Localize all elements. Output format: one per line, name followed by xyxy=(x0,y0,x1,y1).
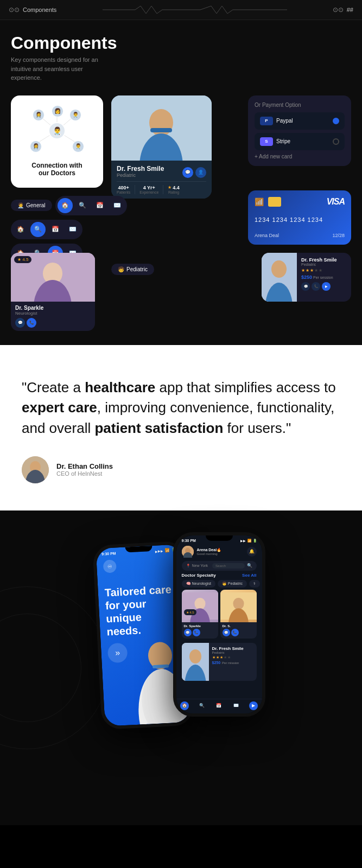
avatar-3: 👩‍⚕️ xyxy=(30,141,42,152)
message-btn[interactable]: 💬 xyxy=(182,167,193,178)
phones-section: 9:30 PM ▶▶▶ 📶 🔋 ♾ Tailored care for your… xyxy=(0,510,362,825)
pediatric-badge[interactable]: 🧒 Pediatric xyxy=(111,264,154,275)
fresh-mini-svg xyxy=(262,253,297,302)
search-tab-2[interactable]: 🔍 xyxy=(30,222,46,237)
sparkle-call-btn[interactable]: 📞 xyxy=(27,318,36,328)
forward-nav-icon: ▶ xyxy=(249,701,258,710)
star-4: ★ xyxy=(314,268,318,273)
fresh-msg-btn[interactable]: 💬 xyxy=(301,282,310,291)
specialty-section-header: Doctor Specialty See All xyxy=(176,571,262,580)
user-avatar xyxy=(182,546,194,558)
home-tab-1[interactable]: 🏠 xyxy=(58,198,73,213)
paypal-radio[interactable] xyxy=(333,118,339,124)
pf-star-4: ★ xyxy=(224,655,227,660)
star-3: ★ xyxy=(310,268,314,273)
doctor-image-svg xyxy=(111,95,212,161)
center-avatar: 👨‍⚕️ xyxy=(48,122,66,139)
location-icon: 📍 xyxy=(186,564,190,567)
pediatric-icon: 🧒 xyxy=(118,266,124,272)
quote-open: "Create a xyxy=(22,379,85,395)
fresh-nav-btn[interactable]: ▶ xyxy=(322,282,331,291)
mini-msg-btn-2[interactable]: 💬 xyxy=(223,629,230,636)
sparkle-info: Dr. Sparkle Neurologist 💬 📞 xyxy=(11,302,95,331)
quote-end: for users." xyxy=(223,420,291,436)
visa-card: 📶 VISA 1234 1234 1234 1234 Arena Deal 12… xyxy=(248,190,351,245)
pediatric-badge-area: 🧒 Pediatric xyxy=(111,264,154,275)
nav-search[interactable]: 🔍 xyxy=(198,701,206,710)
mini-msg-btn[interactable]: 💬 xyxy=(184,629,192,636)
sparkle-actions: 💬 📞 xyxy=(15,318,91,328)
phone-doc-name-2: Dr. S. xyxy=(223,624,255,628)
search-bar[interactable]: 📍 New York Search 🔍 xyxy=(182,561,257,571)
paypal-option[interactable]: P Paypal xyxy=(255,112,345,130)
fresh-mini-info: Dr. Fresh Smile Pediatric ★ ★ ★ ★ ★ $250… xyxy=(297,253,351,302)
quote-section: "Create a healthcare app that simplifies… xyxy=(0,345,362,510)
nav-mail[interactable]: ✉️ xyxy=(232,701,240,710)
phone-fresh-price-row: $250 Per mission xyxy=(212,661,253,665)
notification-bell-icon[interactable]: 🔔 xyxy=(247,547,257,557)
pediatric-chip[interactable]: 🧒 Pediatric xyxy=(218,580,247,588)
specialty-section-title: Doctor Specialty xyxy=(182,573,216,578)
phone-doctor-card-1: ★ 4.5 Dr. Sparkle 💬 📞 xyxy=(182,590,218,639)
phone-doc-detail-1: Dr. Sparkle 💬 📞 xyxy=(182,622,218,639)
payment-title: Or Payment Option xyxy=(255,102,345,108)
stripe-option[interactable]: S Stripe xyxy=(255,133,345,150)
card-number: 1234 1234 1234 1234 xyxy=(255,216,345,223)
phone-fresh-name: Dr. Fresh Smile xyxy=(212,646,253,651)
more-chip[interactable]: ⚕ xyxy=(249,580,260,588)
neurologist-chip[interactable]: 🧠 Neurologist xyxy=(182,580,215,588)
more-chip-icon: ⚕ xyxy=(253,582,256,585)
card-holder: Arena Deal xyxy=(255,233,279,238)
phone-fresh-img xyxy=(182,643,209,681)
add-card-button[interactable]: + Add new card xyxy=(255,154,345,159)
mail-tab-1[interactable]: ✉️ xyxy=(110,198,125,213)
star-2: ★ xyxy=(306,268,309,273)
wifi-icon: 📶 xyxy=(164,548,169,552)
pf-star-2: ★ xyxy=(216,655,219,660)
nav-forward[interactable]: ▶ xyxy=(249,701,258,710)
svg-point-32 xyxy=(189,649,201,663)
components-grid: 👨‍⚕️ 👩‍⚕️ 👨‍⚕️ 👩‍⚕️ 👨‍⚕️ 👩 Connection wi… xyxy=(11,95,351,323)
general-badge[interactable]: 🧑‍💼 General xyxy=(11,200,52,211)
avatar-1: 👩‍⚕️ xyxy=(33,109,45,121)
nav-calendar[interactable]: 📅 xyxy=(214,701,223,710)
search-tab-1[interactable]: 🔍 xyxy=(75,198,90,213)
general-icon: 🧑‍💼 xyxy=(17,202,24,208)
quote-bold-3: patient satisfaction xyxy=(94,420,223,436)
star-5: ★ xyxy=(319,268,322,273)
dr-fresh-mini-card: Dr. Fresh Smile Pediatric ★ ★ ★ ★ ★ $250… xyxy=(262,253,351,302)
phone-fresh-stars: ★ ★ ★ ★ ★ xyxy=(212,655,253,660)
profile-btn[interactable]: 👤 xyxy=(195,167,206,178)
stripe-logo: S xyxy=(260,137,273,146)
mail-tab-2[interactable]: ✉️ xyxy=(65,222,80,237)
nav-row-1: 🧑‍💼 General 🏠 🔍 📅 ✉️ xyxy=(11,196,127,215)
experience-label: Experience xyxy=(139,190,158,194)
svg-point-29 xyxy=(233,597,244,609)
doctor-image xyxy=(111,95,212,161)
sparkle-msg-btn[interactable]: 💬 xyxy=(15,318,25,328)
mini-call-btn[interactable]: 📞 xyxy=(193,629,200,636)
mini-call-btn-2[interactable]: 📞 xyxy=(231,629,239,636)
star-1: ★ xyxy=(301,268,305,273)
phone-fresh-info: Dr. Fresh Smile Pediatric ★ ★ ★ ★ ★ $250… xyxy=(209,643,257,681)
home-tab-2[interactable]: 🏠 xyxy=(13,222,28,237)
calendar-tab-2[interactable]: 📅 xyxy=(48,222,63,237)
see-all-link[interactable]: See All xyxy=(242,573,256,578)
nav-home[interactable]: 🏠 xyxy=(180,701,189,710)
card-expiry: 12/28 xyxy=(332,233,345,238)
phone-fresh-spec: Pediatric xyxy=(212,651,253,654)
search-input[interactable]: Search xyxy=(212,563,244,569)
calendar-tab-1[interactable]: 📅 xyxy=(92,198,107,213)
pf-star-5: ★ xyxy=(227,655,231,660)
connection-network: 👨‍⚕️ 👩‍⚕️ 👨‍⚕️ 👩‍⚕️ 👨‍⚕️ 👩 xyxy=(30,106,84,155)
fresh-call-btn[interactable]: 📞 xyxy=(312,282,320,291)
page-title: Components xyxy=(11,33,351,53)
doc-img-svg-2 xyxy=(220,590,257,622)
phone-1-arrow-btn[interactable]: » xyxy=(107,642,128,663)
pf-star-3: ★ xyxy=(220,655,223,660)
nav-right: ⊙⊙ ## xyxy=(333,6,353,14)
quote-mid-1: app that simplifies access to xyxy=(155,379,335,395)
phone-doc-actions-2: 💬 📞 xyxy=(223,629,255,636)
stripe-radio[interactable] xyxy=(333,138,339,145)
fresh-mini-per-session: Per session xyxy=(313,276,333,279)
